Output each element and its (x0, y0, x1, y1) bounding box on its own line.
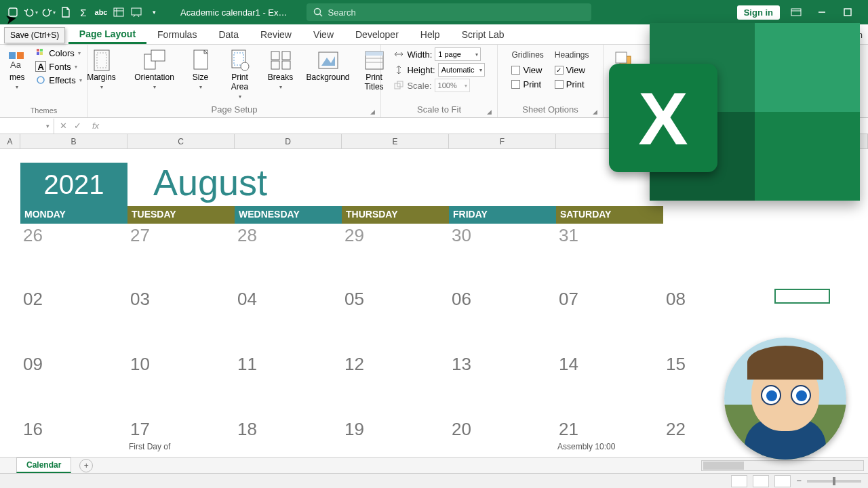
calendar-month: August (153, 161, 267, 203)
date-cell[interactable]: 12 (342, 352, 449, 413)
zoom-slider[interactable] (807, 480, 861, 483)
date-cell[interactable]: 27 (127, 224, 235, 285)
date-cell[interactable]: 09 (20, 352, 127, 413)
date-cell[interactable]: 30 (449, 224, 556, 285)
scale-width-select[interactable]: 1 page (435, 47, 481, 61)
undo-button[interactable]: ▾ (23, 5, 38, 20)
date-cell[interactable]: 11 (235, 352, 342, 413)
zoom-out-icon[interactable]: − (796, 476, 802, 486)
qat-customize-icon[interactable]: ▾ (146, 5, 161, 20)
excel-x-icon: X (609, 64, 717, 172)
day-header: MONDAY (20, 206, 127, 224)
search-box[interactable] (307, 3, 591, 21)
scale-percent-row: Scale:100% (393, 79, 484, 92)
date-cell[interactable]: 16 (20, 418, 127, 457)
date-cell[interactable]: 28 (235, 224, 342, 285)
date-cell[interactable]: 08 (663, 287, 770, 348)
orientation-button[interactable]: Orientation▾ (132, 47, 178, 90)
accept-formula-icon[interactable]: ✓ (74, 121, 81, 131)
col-header-F[interactable]: F (449, 134, 556, 148)
print-area-button[interactable]: Print Area▾ (224, 47, 256, 100)
sheet-tab-calendar[interactable]: Calendar (16, 458, 71, 473)
date-cell[interactable]: 26 (20, 224, 127, 285)
date-cell[interactable]: 19 (342, 418, 449, 457)
size-icon (189, 49, 212, 72)
search-input[interactable] (328, 7, 585, 18)
page-setup-launcher-icon[interactable]: ◢ (370, 108, 375, 115)
date-cell[interactable]: 07 (556, 287, 663, 348)
fonts-button[interactable]: AFonts ▾ (35, 61, 82, 72)
scale-launcher-icon[interactable]: ◢ (487, 108, 492, 115)
maximize-button[interactable] (838, 3, 857, 22)
svg-point-7 (314, 9, 320, 15)
effects-icon (35, 75, 46, 85)
date-cell[interactable]: 10 (127, 352, 235, 413)
height-icon (393, 64, 404, 75)
col-header-D[interactable]: D (235, 134, 342, 148)
redo-button[interactable]: ▾ (41, 5, 56, 20)
minimize-button[interactable] (812, 3, 831, 22)
horizontal-scrollbar[interactable] (701, 460, 864, 471)
headings-view-checkbox[interactable]: ✓View (555, 65, 589, 75)
date-cell[interactable]: 31 (556, 224, 663, 285)
day-header: FRIDAY (449, 206, 556, 224)
date-cell[interactable]: 29 (342, 224, 449, 285)
svg-rect-16 (37, 49, 39, 52)
size-button[interactable]: Size▾ (184, 47, 217, 90)
name-box[interactable]: ▾ (0, 119, 54, 134)
gridlines-view-checkbox[interactable]: View (511, 65, 543, 75)
svg-rect-24 (151, 50, 165, 61)
view-page-layout-icon[interactable] (753, 475, 769, 487)
col-header-C[interactable]: C (127, 134, 235, 148)
colors-button[interactable]: Colors ▾ (35, 47, 82, 58)
date-cell[interactable]: 04 (235, 287, 342, 348)
autosum-icon[interactable]: Σ (76, 5, 91, 20)
freeze-icon[interactable] (111, 5, 126, 20)
tab-script-lab[interactable]: Script Lab (451, 25, 515, 44)
breaks-button[interactable]: Breaks▾ (263, 47, 298, 90)
date-cell[interactable]: 02 (20, 287, 127, 348)
ribbon-display-icon[interactable] (787, 3, 806, 22)
tab-help[interactable]: Help (410, 25, 451, 44)
calendar-year: 2021 (20, 163, 127, 206)
active-cell-indicator (774, 289, 830, 304)
svg-point-20 (37, 77, 44, 83)
svg-rect-19 (40, 52, 43, 55)
headings-print-checkbox[interactable]: Print (555, 79, 589, 89)
tab-page-layout[interactable]: Page Layout (68, 24, 146, 44)
present-icon[interactable] (129, 5, 144, 20)
col-header-B[interactable]: B (20, 134, 127, 148)
headings-column: Headings ✓View Print (555, 47, 589, 89)
col-header-E[interactable]: E (342, 134, 449, 148)
scale-icon (393, 80, 404, 91)
date-cell[interactable]: 14 (556, 352, 663, 413)
sign-in-button[interactable]: Sign in (737, 5, 780, 20)
tab-view[interactable]: View (302, 25, 344, 44)
date-cell[interactable]: 20 (449, 418, 556, 457)
svg-point-28 (241, 62, 249, 70)
date-cell[interactable]: 06 (449, 287, 556, 348)
date-cell[interactable]: 05 (342, 287, 449, 348)
date-cell[interactable]: 18 (235, 418, 342, 457)
view-normal-icon[interactable] (731, 475, 747, 487)
spellcheck-icon[interactable]: abc (94, 5, 108, 20)
view-page-break-icon[interactable] (774, 475, 791, 487)
scale-height-select[interactable]: Automatic (438, 63, 485, 77)
date-cell[interactable]: 03 (127, 287, 235, 348)
fx-icon[interactable]: fx (92, 121, 99, 131)
col-header-A[interactable]: A (0, 134, 20, 148)
add-sheet-button[interactable]: + (79, 459, 93, 472)
tab-formulas[interactable]: Formulas (146, 25, 208, 44)
gridlines-print-checkbox[interactable]: Print (511, 79, 543, 89)
date-cell[interactable]: 13 (449, 352, 556, 413)
background-button[interactable]: Background (305, 47, 351, 83)
themes-button[interactable]: Aa mes▾ (5, 47, 28, 90)
tab-data[interactable]: Data (208, 25, 250, 44)
tab-developer[interactable]: Developer (344, 25, 410, 44)
cancel-formula-icon[interactable]: ✕ (60, 121, 67, 131)
tab-review[interactable]: Review (250, 25, 302, 44)
effects-button[interactable]: Effects ▾ (35, 75, 82, 85)
sheet-options-launcher-icon[interactable]: ◢ (593, 108, 597, 115)
new-file-icon[interactable] (58, 5, 73, 20)
margins-button[interactable]: Margins▾ (79, 47, 125, 90)
